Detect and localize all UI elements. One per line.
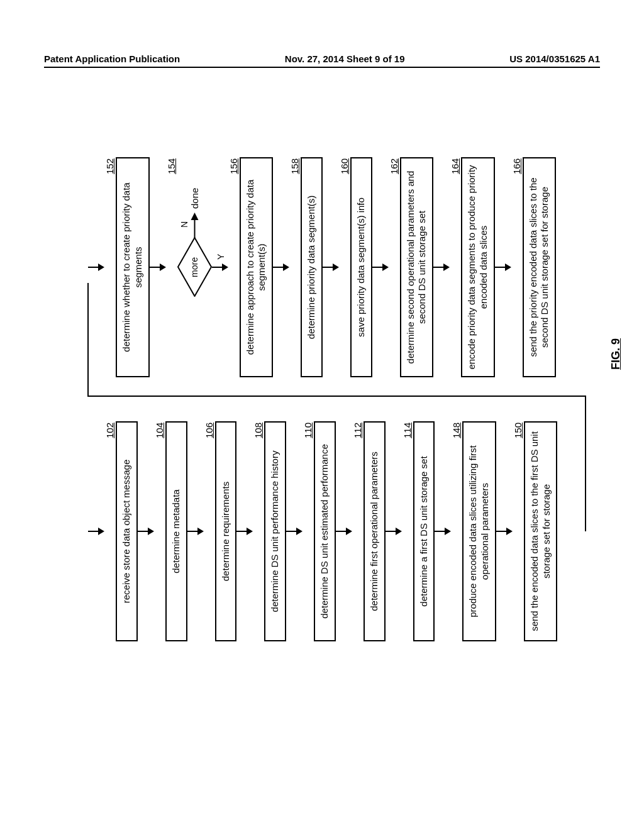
step-number: 160 [339, 158, 350, 174]
svg-marker-24 [191, 213, 198, 220]
step-number: 156 [228, 158, 239, 174]
header-center: Nov. 27, 2014 Sheet 9 of 19 [285, 53, 405, 64]
figure-label: FIG. 9 [609, 338, 623, 370]
header-right: US 2014/0351625 A1 [509, 53, 600, 64]
flowchart: 102receive store data object message104d… [88, 151, 604, 641]
step-number: 158 [289, 158, 300, 174]
decision-no-label: N [179, 221, 189, 228]
header-left: Patent Application Publication [44, 53, 180, 64]
step-number: 154 [166, 158, 177, 174]
step-number: 152 [104, 158, 115, 174]
step-number: 164 [450, 158, 460, 174]
step-number: 166 [511, 158, 522, 174]
connector-line [87, 261, 595, 531]
decision-label: more [189, 257, 199, 277]
header-rule [44, 67, 600, 68]
step-number: 162 [389, 158, 399, 174]
done-label: done [189, 188, 200, 209]
arrow-icon [190, 213, 199, 238]
page-header: Patent Application Publication Nov. 27, … [0, 53, 644, 64]
